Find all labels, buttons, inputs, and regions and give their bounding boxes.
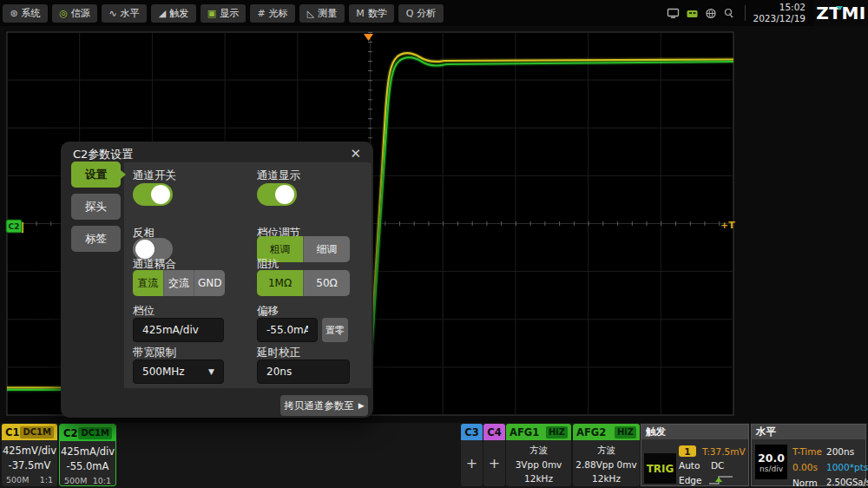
afg2-impedance-badge: HiZ: [615, 426, 636, 439]
c1-name: C1: [5, 426, 19, 439]
bandwidth-dropdown[interactable]: 500MHz ▼: [133, 359, 224, 384]
math-icon: M: [356, 9, 365, 18]
scale-label: 档位: [133, 304, 155, 319]
menu-display-button[interactable]: ▣显示: [201, 4, 246, 23]
afg1-card[interactable]: AFG1 HiZ 方波 3Vpp 0mv 12kHz: [506, 424, 571, 486]
channel-switch-toggle[interactable]: [133, 183, 173, 206]
copy-button-label: 拷贝通道参数至: [284, 399, 354, 412]
menu-label: 分析: [417, 7, 436, 20]
c1-header: C1 DC1M: [2, 424, 57, 440]
timebase-value: 20.0: [758, 452, 785, 465]
menu-label: 数学: [368, 7, 387, 20]
menu-label: 信源: [71, 7, 90, 20]
clock: 15:02 2023/12/19: [753, 2, 806, 24]
sample-rate: 2.50GSa/s: [826, 478, 868, 487]
c1-bandwidth: 500M: [6, 475, 29, 485]
trigger-section[interactable]: 触发 TRIG 1 Auto Edge T:37.5mV DC: [641, 424, 749, 486]
impedance-1m-option[interactable]: 1MΩ: [257, 270, 304, 296]
c2-header: C2 DC1M: [60, 425, 115, 441]
deskew-label: 延时校正: [257, 346, 300, 360]
status-bar: 15:02 2023/12/19 ZTMI: [667, 0, 868, 26]
menu-math-button[interactable]: M数学: [349, 4, 394, 23]
offset-label: 偏移: [257, 304, 279, 319]
c2-scale: 425mA/div: [60, 445, 115, 459]
record-points: 1000*pts: [826, 462, 868, 472]
trigger-flag-icon: ◢: [159, 9, 166, 18]
fine-option[interactable]: 细调: [304, 236, 350, 262]
c2-probe-ratio: 10:1: [93, 476, 111, 485]
c3-header: C3: [461, 424, 483, 440]
menu-label: 水平: [121, 7, 140, 20]
afg2-card[interactable]: AFG2 HiZ 方波 2.88Vpp 0mv 12kHz: [573, 424, 640, 486]
display-icon[interactable]: [667, 8, 680, 19]
trigger-mode: Auto: [679, 460, 700, 471]
source-icon: ◎: [59, 9, 68, 18]
channel-card-c3[interactable]: C3 +: [461, 424, 483, 486]
coupling-ac-option[interactable]: 交流: [164, 270, 195, 296]
tab-label: 设置: [85, 168, 107, 182]
c4-name: C4: [487, 426, 501, 439]
bandwidth-value: 500MHz: [142, 366, 185, 378]
coupling-segment: 直流 交流 GND: [133, 270, 225, 296]
coupling-gnd-option[interactable]: GND: [194, 270, 225, 296]
afg2-wave-type: 方波: [573, 443, 640, 458]
afg1-wave-type: 方波: [506, 443, 571, 458]
menu-label: 显示: [220, 7, 239, 20]
brand-logo: ZTMI: [814, 0, 868, 26]
channel-display-toggle[interactable]: [257, 183, 297, 206]
c2-settings-dialog: C2参数设置 ✕ 设置 探头 标签 通道开关 通道显示 反相 档位调节 粗调 细…: [61, 142, 373, 418]
deskew-input[interactable]: [257, 359, 350, 384]
scale-input[interactable]: [133, 318, 224, 342]
tab-probe[interactable]: 探头: [71, 194, 121, 220]
menu-system-button[interactable]: ⊛系统: [3, 4, 48, 23]
trigger-level-marker[interactable]: +T: [720, 220, 735, 231]
trigger-level: T:37.5mV: [702, 446, 746, 457]
close-icon[interactable]: ✕: [348, 144, 363, 163]
horizontal-section[interactable]: 水平 20.0 ns/div T-Time 200ns 0.00s 1000*p…: [751, 424, 866, 486]
channel-card-c4[interactable]: C4 +: [483, 424, 505, 486]
menu-label: 测量: [318, 7, 337, 20]
afg1-header: AFG1 HiZ: [506, 424, 571, 440]
c2-ground-marker[interactable]: C2: [6, 220, 23, 233]
svg-text:C2: C2: [9, 222, 20, 231]
tab-settings[interactable]: 设置: [71, 162, 121, 188]
menu-label: 光标: [269, 7, 288, 20]
menu-measure-button[interactable]: ◺测量: [299, 4, 345, 23]
trigger-coupling: DC: [711, 460, 724, 471]
copy-channel-params-button[interactable]: 拷贝通道参数至 ▶: [280, 395, 368, 416]
afg1-frequency: 12kHz: [506, 472, 571, 486]
c2-name: C2: [63, 427, 77, 439]
bottom-status-bar: C1 DC1M 425mV/div -37.5mV 500M 1:1 C2 DC…: [0, 423, 868, 488]
t-time-label: T-Time: [792, 446, 822, 457]
c1-offset: -37.5mV: [2, 458, 57, 473]
c3-add-button[interactable]: +: [461, 440, 483, 485]
afg2-amplitude: 2.88Vpp 0mv: [573, 458, 640, 472]
menu-horizontal-button[interactable]: ∿水平: [102, 4, 147, 23]
offset-input[interactable]: [257, 318, 318, 342]
coupling-dc-option[interactable]: 直流: [133, 270, 164, 296]
rising-edge-icon: [707, 474, 735, 488]
trigger-section-title: 触发: [641, 425, 748, 439]
c1-probe-ratio: 1:1: [40, 475, 53, 485]
c1-scale: 425mV/div: [2, 444, 57, 458]
channel-card-c1[interactable]: C1 DC1M 425mV/div -37.5mV 500M 1:1: [2, 424, 57, 486]
tab-label-tab[interactable]: 标签: [71, 226, 121, 252]
clock-time: 15:02: [753, 2, 806, 13]
menu-cursor-button[interactable]: #光标: [250, 4, 295, 23]
channel-card-c2[interactable]: C2 DC1M 425mA/div -55.0mA 500M 10:1: [59, 424, 116, 486]
afg2-header: AFG2 HiZ: [573, 424, 640, 440]
usb-icon[interactable]: [686, 8, 699, 19]
magnifier-icon: Q: [406, 9, 414, 18]
c4-add-button[interactable]: +: [483, 440, 505, 485]
trigger-source-badge: 1: [679, 445, 696, 457]
impedance-50-option[interactable]: 50Ω: [304, 270, 350, 296]
menu-analysis-button[interactable]: Q分析: [398, 4, 444, 23]
c2-offset: -55.0mA: [60, 459, 115, 474]
menu-source-button[interactable]: ◎信源: [52, 4, 97, 23]
dialog-title: C2参数设置: [73, 147, 133, 162]
touch-icon[interactable]: [723, 8, 736, 19]
zero-offset-button[interactable]: 置零: [322, 318, 348, 342]
menu-trigger-button[interactable]: ◢触发: [151, 4, 196, 23]
network-icon[interactable]: [705, 8, 717, 19]
trig-indicator: TRIG: [644, 453, 676, 484]
